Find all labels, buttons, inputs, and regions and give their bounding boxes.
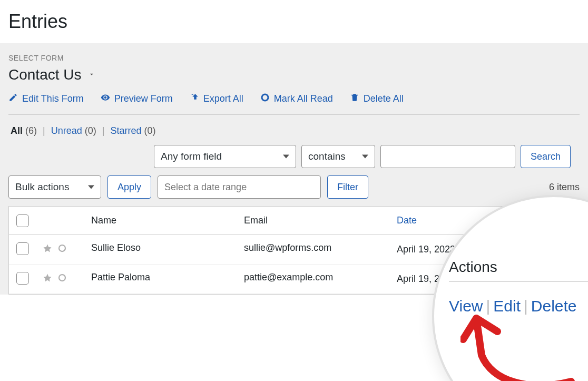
edit-form-link[interactable]: Edit This Form	[8, 93, 84, 105]
select-all-checkbox[interactable]	[16, 214, 29, 227]
svg-point-2	[59, 275, 65, 281]
export-icon	[190, 93, 199, 105]
mark-all-read-link[interactable]: Mark All Read	[260, 93, 333, 105]
column-email[interactable]: Email	[244, 215, 397, 226]
search-button[interactable]: Search	[521, 145, 571, 168]
eye-icon	[101, 93, 110, 105]
zoom-actions-header: Actions	[449, 259, 497, 276]
page-title: Entries	[8, 11, 588, 33]
star-icon[interactable]	[43, 243, 52, 256]
entry-filter-tabs: All (6) | Unread (0) | Starred (0)	[8, 125, 580, 136]
cell-email: sullie@wpforms.com	[244, 242, 397, 253]
search-input[interactable]	[380, 145, 515, 168]
delete-all-link[interactable]: Delete All	[350, 93, 404, 105]
star-icon[interactable]	[43, 273, 52, 285]
cell-name: Sullie Eloso	[91, 242, 244, 253]
circle-icon	[260, 93, 270, 105]
delete-link[interactable]: Delete	[531, 297, 577, 315]
pencil-icon	[8, 93, 18, 105]
chevron-down-icon	[88, 71, 95, 80]
read-status-icon[interactable]	[57, 243, 67, 256]
read-status-icon[interactable]	[57, 273, 67, 285]
svg-point-0	[262, 94, 268, 101]
select-form-label: SELECT FORM	[8, 54, 580, 62]
export-all-link[interactable]: Export All	[190, 93, 243, 105]
annotation-arrow	[460, 308, 588, 381]
edit-link[interactable]: Edit	[493, 297, 521, 315]
column-name[interactable]: Name	[91, 215, 244, 226]
date-range-input[interactable]	[158, 175, 321, 199]
search-condition-select[interactable]: contains	[301, 145, 375, 168]
form-selector[interactable]: Contact Us	[8, 66, 580, 83]
apply-button[interactable]: Apply	[107, 175, 151, 199]
filter-unread[interactable]: Unread	[51, 125, 82, 136]
bulk-actions-select[interactable]: Bulk actions	[8, 175, 101, 199]
filter-all[interactable]: All	[11, 125, 23, 136]
row-checkbox[interactable]	[16, 272, 29, 285]
svg-point-1	[59, 245, 65, 251]
cell-email: pattie@example.com	[244, 272, 397, 283]
filter-starred[interactable]: Starred	[111, 125, 142, 136]
pagination-count: 6 items	[549, 182, 580, 193]
search-field-select[interactable]: Any form field	[154, 145, 296, 168]
cell-name: Pattie Paloma	[91, 272, 244, 283]
form-name: Contact Us	[8, 66, 82, 83]
filter-button[interactable]: Filter	[327, 175, 368, 199]
preview-form-link[interactable]: Preview Form	[101, 93, 173, 105]
row-checkbox[interactable]	[16, 242, 29, 255]
trash-icon	[350, 93, 359, 105]
view-link[interactable]: View	[449, 297, 483, 315]
